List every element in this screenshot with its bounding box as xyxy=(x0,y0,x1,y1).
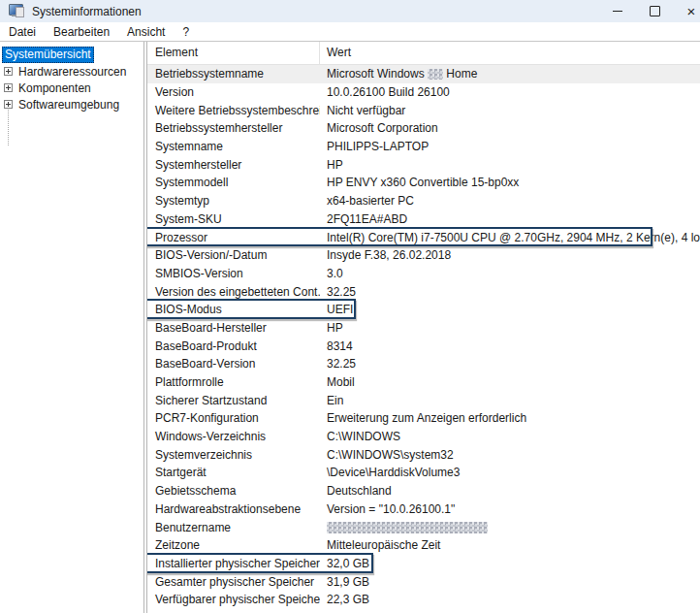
row-value: PHILIPPS-LAPTOP xyxy=(320,140,429,153)
row-element-label: BIOS-Version/-Datum xyxy=(147,248,320,262)
row-value: 32,0 GB xyxy=(320,557,369,570)
row-value: UEFI xyxy=(320,303,353,316)
sidebar-item-komponenten[interactable]: Komponenten xyxy=(0,80,143,96)
row-value: 2FQ11EA#ABD xyxy=(320,212,407,226)
row-element-label: Betriebssystemhersteller xyxy=(147,121,320,135)
table-row[interactable]: Zeitzone Mitteleuropäische Zeit xyxy=(147,536,700,555)
table-row[interactable]: Systemhersteller HP xyxy=(147,155,700,174)
row-value: Insyde F.38, 26.02.2018 xyxy=(320,248,451,262)
content-area: Systemübersicht Hardwareressourcen Kompo… xyxy=(0,42,700,613)
row-value: Microsoft Windows Home xyxy=(320,67,477,81)
table-row[interactable]: Startgerät \Device\HarddiskVolume3 xyxy=(147,464,700,482)
row-value: Nicht verfügbar xyxy=(320,104,405,117)
table-row[interactable]: Hardwareabstraktionsebene Version = "10.… xyxy=(147,500,700,519)
row-element-label: Betriebssystemname xyxy=(147,67,320,81)
table-row[interactable]: Weitere Betriebssystembeschrei... Nicht … xyxy=(147,101,700,119)
list-header: Element Wert xyxy=(147,42,700,65)
row-element-label: Sicherer Startzustand xyxy=(147,394,320,407)
row-element-label: Verfügbarer physischer Speicher xyxy=(147,593,320,606)
table-row[interactable]: BaseBoard-Hersteller HP xyxy=(147,319,700,338)
row-element-label: Windows-Verzeichnis xyxy=(147,430,320,443)
menu-bearbeiten[interactable]: Bearbeiten xyxy=(45,25,118,39)
expand-plus-icon[interactable] xyxy=(4,100,13,109)
row-value: \Device\HarddiskVolume3 xyxy=(320,466,460,479)
table-row[interactable]: Sicherer Startzustand Ein xyxy=(147,391,700,409)
maximize-button[interactable] xyxy=(636,0,673,22)
minimize-button[interactable] xyxy=(599,0,636,22)
sidebar-item-label: Hardwareressourcen xyxy=(18,65,126,79)
table-row[interactable]: Windows-Verzeichnis C:\WINDOWS xyxy=(147,428,700,446)
row-value xyxy=(320,521,488,534)
row-value: Mobil xyxy=(320,375,355,389)
sidebar-item-label: Softwareumgebung xyxy=(18,98,119,112)
row-element-label: Plattformrolle xyxy=(147,375,320,389)
table-row[interactable]: Verfügbarer physischer Speicher 22,3 GB xyxy=(147,591,700,609)
column-header-element[interactable]: Element xyxy=(147,42,320,64)
menu-bar: Datei Bearbeiten Ansicht ? xyxy=(0,22,700,42)
table-row[interactable]: PCR7-Konfiguration Erweiterung zum Anzei… xyxy=(147,409,700,428)
row-value: 3.0 xyxy=(320,267,343,280)
menu-help[interactable]: ? xyxy=(174,25,198,39)
redaction-blur xyxy=(428,69,443,80)
app-icon xyxy=(9,4,24,18)
row-element-label: SMBIOS-Version xyxy=(147,267,320,280)
row-element-label: Prozessor xyxy=(147,231,320,244)
row-element-label: Systemmodell xyxy=(147,176,320,189)
row-value: Intel(R) Core(TM) i7-7500U CPU @ 2.70GHz… xyxy=(320,231,700,244)
table-row[interactable]: Gesamter physischer Speicher 31,9 GB xyxy=(147,572,700,591)
sidebar-item-label: Komponenten xyxy=(18,81,91,95)
row-element-label: Benutzername xyxy=(147,521,320,534)
table-row[interactable]: Version 10.0.26100 Build 26100 xyxy=(147,83,700,102)
row-value: HP xyxy=(320,321,343,335)
column-header-wert[interactable]: Wert xyxy=(320,42,351,64)
sidebar-item-softwareumgebung[interactable]: Softwareumgebung xyxy=(0,96,143,113)
redaction-blur xyxy=(327,522,488,533)
row-value: HP ENVY x360 Convertible 15-bp0xx xyxy=(320,176,519,189)
menu-ansicht[interactable]: Ansicht xyxy=(118,25,174,39)
table-row[interactable]: Version des eingebetteten Cont... 32.25 xyxy=(147,282,700,301)
table-row[interactable]: Systemmodell HP ENVY x360 Convertible 15… xyxy=(147,174,700,192)
row-value: Ein xyxy=(320,394,343,407)
expand-plus-icon[interactable] xyxy=(4,67,13,76)
row-value: Deutschland xyxy=(320,484,392,498)
table-row[interactable]: BIOS-Modus UEFI xyxy=(147,301,700,319)
menu-datei[interactable]: Datei xyxy=(0,25,45,39)
table-row[interactable]: System-SKU 2FQ11EA#ABD xyxy=(147,210,700,229)
row-value: C:\WINDOWS\system32 xyxy=(320,448,454,462)
row-element-label: Systemname xyxy=(147,140,320,153)
row-value: HP xyxy=(320,158,343,172)
row-element-label: Installierter physischer Speicher... xyxy=(147,557,320,570)
row-value: C:\WINDOWS xyxy=(320,430,400,443)
row-value: 8314 xyxy=(320,339,353,353)
row-element-label: Version xyxy=(147,85,320,99)
table-row[interactable]: BaseBoard-Version 32.25 xyxy=(147,355,700,373)
row-element-label: Gesamter physischer Speicher xyxy=(147,575,320,589)
table-row[interactable]: Systemtyp x64-basierter PC xyxy=(147,192,700,210)
table-row[interactable]: Betriebssystemhersteller Microsoft Corpo… xyxy=(147,119,700,138)
close-button[interactable]: × xyxy=(673,0,700,22)
table-row[interactable]: BIOS-Version/-Datum Insyde F.38, 26.02.2… xyxy=(147,246,700,265)
close-icon: × xyxy=(687,0,696,22)
expand-plus-icon[interactable] xyxy=(4,83,13,92)
table-row[interactable]: Betriebssystemname Microsoft Windows Hom… xyxy=(147,65,700,83)
table-row[interactable]: SMBIOS-Version 3.0 xyxy=(147,265,700,283)
row-element-label: System-SKU xyxy=(147,212,320,226)
row-element-label: BaseBoard-Produkt xyxy=(147,339,320,353)
table-row[interactable]: Benutzername xyxy=(147,518,700,536)
table-row[interactable]: Systemverzeichnis C:\WINDOWS\system32 xyxy=(147,445,700,464)
row-element-label: Systemtyp xyxy=(147,194,320,208)
sidebar-item-systemuebersicht[interactable]: Systemübersicht xyxy=(2,47,94,63)
table-rows: Betriebssystemname Microsoft Windows Hom… xyxy=(147,65,700,609)
sidebar-item-hardwareressourcen[interactable]: Hardwareressourcen xyxy=(0,63,143,80)
table-row[interactable]: BaseBoard-Produkt 8314 xyxy=(147,337,700,355)
window-title: Systeminformationen xyxy=(32,5,142,18)
table-row[interactable]: Systemname PHILIPPS-LAPTOP xyxy=(147,138,700,156)
table-row[interactable]: Plattformrolle Mobil xyxy=(147,373,700,392)
row-element-label: BaseBoard-Version xyxy=(147,357,320,371)
row-element-label: Zeitzone xyxy=(147,538,320,552)
table-row[interactable]: Gebietsschema Deutschland xyxy=(147,482,700,500)
row-element-label: BIOS-Modus xyxy=(147,303,320,316)
table-row[interactable]: Installierter physischer Speicher... 32,… xyxy=(147,555,700,573)
table-row[interactable]: Prozessor Intel(R) Core(TM) i7-7500U CPU… xyxy=(147,228,700,246)
row-value: Version = "10.0.26100.1" xyxy=(320,502,455,516)
